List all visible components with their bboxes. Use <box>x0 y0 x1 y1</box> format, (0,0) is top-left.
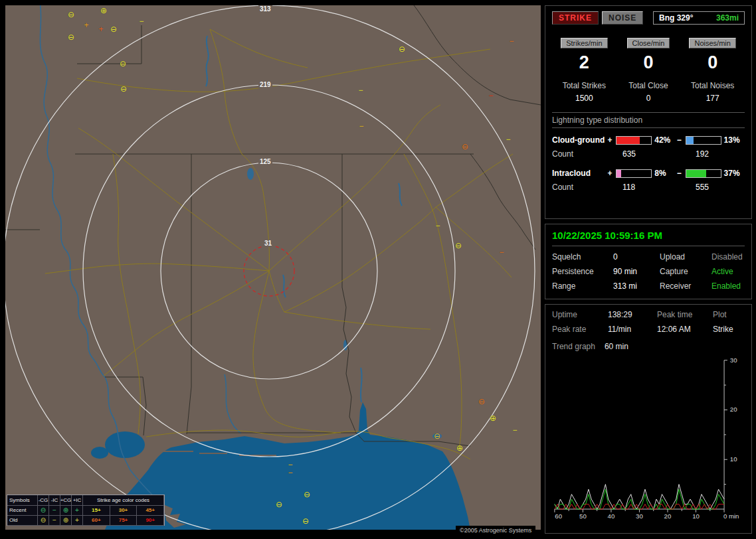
trend-series-cloud-ground <box>555 489 724 509</box>
strikes-column: Strikes/min 2 Total Strikes 1500 <box>552 37 616 103</box>
count-label: Count <box>552 149 611 159</box>
strike-symbol--IC: − <box>288 469 292 477</box>
trend-series-strikes <box>555 485 724 509</box>
intracloud-count-row: Count 118 555 <box>552 183 745 192</box>
cloud-ground-count-row: Count 635 192 <box>552 149 745 159</box>
svg-text:40: 40 <box>608 512 615 520</box>
strike-symbol--CG: ⊖ <box>110 25 117 33</box>
strikes-per-min-button[interactable]: Strikes/min <box>561 38 607 48</box>
bearing-value: Bng 329° <box>659 13 693 23</box>
neg-ic-old-icon: − <box>49 515 60 526</box>
legend-age-header: Strike age color codes <box>83 495 164 506</box>
neg-ic-recent-icon: − <box>49 505 60 516</box>
mode-button-row: STRIKE NOISE Bng 329° 363mi <box>552 11 745 25</box>
ic-positive-count: 118 <box>611 183 685 192</box>
cg-positive-percent: 42% <box>654 135 675 145</box>
datetime-display: 10/22/2025 10:59:16 PM <box>552 230 745 241</box>
distribution-title: Lightning type distribution <box>552 112 745 128</box>
strike-symbol--CG: ⊖ <box>304 491 310 499</box>
range-value: 313 mi <box>613 281 660 291</box>
trend-graph-svg: 6050403020100 min302010 <box>552 355 745 520</box>
svg-text:60: 60 <box>555 512 562 520</box>
noises-per-min-button[interactable]: Noises/min <box>689 38 735 48</box>
strike-symbol-+IC: + <box>98 25 103 33</box>
cg-negative-bar <box>686 136 721 145</box>
svg-text:10: 10 <box>730 455 737 463</box>
close-per-min-button[interactable]: Close/min <box>627 38 670 48</box>
squelch-value: 0 <box>613 252 660 262</box>
strike-symbol--IC: − <box>435 222 440 230</box>
total-strikes-label: Total Strikes <box>552 81 616 90</box>
strike-symbol--CG: ⊖ <box>276 501 282 508</box>
trend-graph-label: Trend graph <box>552 342 595 351</box>
total-strikes-value: 1500 <box>552 94 616 103</box>
age-code-30: 30+ <box>110 505 138 516</box>
plot-value: Strike <box>713 325 745 334</box>
total-noises-label: Total Noises <box>680 81 745 90</box>
strike-symbol--IC: − <box>488 92 493 100</box>
intracloud-row: Intracloud + 8% − 37% <box>552 169 745 178</box>
strike-symbol--CG: ⊖ <box>478 398 485 406</box>
strike-symbol--IC: − <box>506 135 510 143</box>
svg-text:20: 20 <box>664 512 672 520</box>
stats-grid: Uptime 138:29 Peak time Plot Peak rate 1… <box>552 310 745 334</box>
svg-text:30: 30 <box>730 356 737 364</box>
range-label: Range <box>552 281 613 291</box>
strike-symbol--CG: ⊖ <box>399 45 405 53</box>
strike-symbol--CG: ⊖ <box>462 143 468 151</box>
strike-symbol--CG: ⊖ <box>302 517 309 525</box>
strike-symbol-+CG: ⊕ <box>100 7 107 15</box>
pos-cg-recent-icon: ⊕ <box>60 505 72 516</box>
ic-negative-percent: 37% <box>724 169 745 178</box>
age-code-60: 60+ <box>83 515 110 526</box>
divider <box>552 246 745 246</box>
capture-status: Active <box>711 267 745 276</box>
rate-counters: Strikes/min 2 Total Strikes 1500 Close/m… <box>552 37 745 103</box>
peak-time-value: 12:06 AM <box>657 325 713 334</box>
total-noises-value: 177 <box>680 94 745 103</box>
ic-negative-bar <box>686 169 721 178</box>
range-ring-label: 219 <box>258 81 272 88</box>
strike-symbol--IC: − <box>499 248 504 256</box>
persistence-value: 90 min <box>613 267 660 276</box>
distance-value: 363mi <box>716 13 739 23</box>
age-code-15: 15+ <box>83 505 110 516</box>
legend-symbols-header: Symbols <box>7 495 38 506</box>
uptime-label: Uptime <box>552 310 608 319</box>
svg-text:10: 10 <box>692 512 700 520</box>
strike-symbol--CG: ⊖ <box>68 33 74 41</box>
svg-text:20: 20 <box>730 406 737 413</box>
age-code-90: 90+ <box>137 515 164 526</box>
legend-recent-label: Recent <box>7 505 38 516</box>
minus-sign: − <box>676 135 683 145</box>
range-ring-label: 31 <box>263 240 273 247</box>
trend-graph-header: Trend graph 60 min <box>552 342 745 351</box>
intracloud-label: Intracloud <box>552 169 606 178</box>
cg-negative-count: 192 <box>685 149 709 159</box>
svg-text:50: 50 <box>579 512 587 520</box>
neg-cg-old-icon: ⊖ <box>38 515 49 526</box>
count-label: Count <box>552 183 611 192</box>
persistence-label: Persistence <box>552 267 613 276</box>
map-strike-layer: ⊕⊖++⊖⊖⊖⊖−⊖−−−⊖−−−⊖−⊖⊕⊕⊖−−−⊖⊖⊖31321912531 <box>5 5 541 530</box>
total-close-label: Total Close <box>616 81 681 90</box>
map: ⊕⊖++⊖⊖⊖⊖−⊖−−−⊖−−−⊖−⊖⊕⊕⊖−−−⊖⊖⊖31321912531… <box>5 5 541 530</box>
cloud-ground-row: Cloud-ground + 42% − 13% <box>552 135 745 145</box>
close-per-min-value: 0 <box>616 52 681 73</box>
cg-negative-percent: 13% <box>724 135 745 145</box>
ic-positive-bar-fill <box>616 170 621 177</box>
strike-symbol--IC: − <box>139 17 143 25</box>
age-code-75: 75+ <box>110 515 138 526</box>
peak-rate-value: 11/min <box>608 325 657 334</box>
plot-label: Plot <box>713 310 745 319</box>
strike-symbol--IC: − <box>509 37 514 45</box>
noise-mode-button[interactable]: NOISE <box>602 11 643 25</box>
plus-sign: + <box>606 169 613 178</box>
strike-symbol--CG: ⊖ <box>120 85 127 93</box>
noises-per-min-value: 0 <box>680 52 745 73</box>
strike-mode-button[interactable]: STRIKE <box>552 11 599 25</box>
cg-positive-bar <box>616 136 652 145</box>
trend-graph-duration: 60 min <box>605 342 628 351</box>
legend-col-pos-ic: +IC <box>72 495 83 506</box>
upload-label: Upload <box>660 252 711 262</box>
